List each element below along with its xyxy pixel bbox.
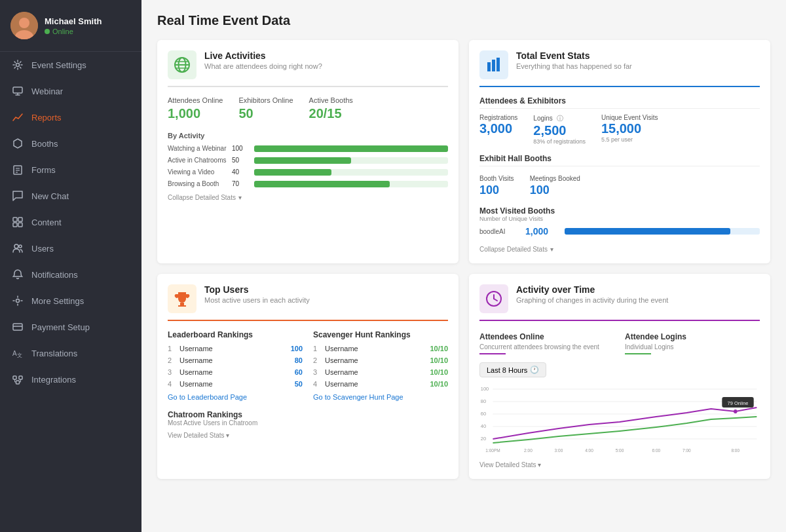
activity-bar-row: Active in Chatrooms 50 xyxy=(168,157,448,164)
sidebar-item-event-settings[interactable]: Event Settings xyxy=(0,52,141,78)
leaderboard-row: 2 Username 80 xyxy=(168,356,303,364)
top-users-view-link[interactable]: View Detailed Stats ▾ xyxy=(168,432,448,439)
top-users-header: Top Users Most active users in each acti… xyxy=(168,284,448,321)
svg-rect-37 xyxy=(496,58,500,71)
svg-rect-12 xyxy=(13,218,17,221)
scavenger-row: 3 Username 10/10 xyxy=(313,368,448,376)
bottom-cards-grid: Top Users Most active users in each acti… xyxy=(157,274,770,479)
sidebar-item-more-settings[interactable]: More Settings xyxy=(0,288,141,314)
aot-icon-wrap xyxy=(479,284,508,313)
exhibit-hall-group: Exhibit Hall Booths Booth Visits 100 Mee… xyxy=(479,154,760,197)
sidebar-item-payment-setup[interactable]: Payment Setup xyxy=(0,314,141,340)
booth-visits-label: Booth Visits xyxy=(479,175,514,182)
svg-text:6:00: 6:00 xyxy=(652,448,660,453)
registrations-label: Registrations xyxy=(479,114,517,121)
scavenger-row: 4 Username 10/10 xyxy=(313,380,448,388)
user-name: Michael Smith xyxy=(45,16,102,26)
svg-rect-13 xyxy=(18,218,22,221)
meetings-val: 100 xyxy=(530,183,580,197)
sidebar-item-label: More Settings xyxy=(31,296,84,306)
settings-icon xyxy=(12,295,24,307)
trophy-icon xyxy=(173,290,191,308)
globe-icon xyxy=(173,56,191,74)
active-booths-stat: Active Booths 20/15 xyxy=(309,96,353,121)
svg-text:40: 40 xyxy=(481,423,486,429)
logins-aot: Attendee Logins Individual Logins xyxy=(625,330,760,354)
sidebar-item-forms[interactable]: Forms xyxy=(0,157,141,183)
registrations-col: Registrations 3,000 xyxy=(479,114,517,145)
rank-user: Username xyxy=(179,345,287,352)
exhibitors-online-val: 50 xyxy=(238,106,253,121)
sidebar-item-users[interactable]: Users xyxy=(0,235,141,261)
bar-track xyxy=(254,157,448,164)
sidebar-item-new-chat[interactable]: New Chat xyxy=(0,183,141,209)
collapse-live-text: Collapse Detailed Stats xyxy=(168,194,236,201)
attendees-online-aot-sub: Concurrent attendees browsing the event xyxy=(479,343,614,351)
total-stats-title: Total Event Stats xyxy=(516,50,632,61)
logins-sub: 83% of registrations xyxy=(533,138,586,145)
attendees-line-indicator xyxy=(479,353,506,354)
sidebar-item-webinar[interactable]: Webinar xyxy=(0,78,141,104)
scavenger-title: Scavenger Hunt Rankings xyxy=(313,330,448,339)
bar-track xyxy=(254,169,448,176)
attendees-online-val: 1,000 xyxy=(168,106,200,121)
svg-text:3:00: 3:00 xyxy=(555,448,563,453)
scavenger-row: 1 Username 10/10 xyxy=(313,345,448,352)
chatroom-sub: Most Active Users in Chatroom xyxy=(168,419,448,427)
exhibitors-online-label: Exhibitors Online xyxy=(238,96,293,104)
top-users-card: Top Users Most active users in each acti… xyxy=(157,274,458,479)
sidebar-item-booths[interactable]: Booths xyxy=(0,130,141,157)
chart-area: 100 80 60 40 20 79 xyxy=(479,384,760,456)
svg-text:8:00: 8:00 xyxy=(731,448,739,453)
sidebar-item-translations[interactable]: A文 Translations xyxy=(0,340,141,366)
activity-bar-row: Browsing a Booth 70 xyxy=(168,180,448,187)
activity-bars: Watching a Webinar 100 Active in Chatroo… xyxy=(168,145,448,187)
chevron-down-icon-2: ▾ xyxy=(550,246,553,253)
meetings-col: Meetings Booked 100 xyxy=(530,172,580,197)
aot-title: Activity over Time xyxy=(516,284,668,295)
sidebar-item-label: Notifications xyxy=(31,270,78,280)
booth-row: Booth Visits 100 Meetings Booked 100 xyxy=(479,172,760,197)
activity-count: 100 xyxy=(232,145,249,152)
users-icon xyxy=(12,242,24,254)
sidebar-item-label: Booths xyxy=(31,139,58,149)
aot-view-link[interactable]: View Detailed Stats ▾ xyxy=(479,461,760,468)
visited-booth-count: 1,000 xyxy=(525,226,558,237)
activity-label: Watching a Webinar xyxy=(168,145,227,152)
rank-user: Username xyxy=(179,368,291,376)
clock-small-icon: 🕐 xyxy=(530,366,539,374)
sidebar-item-label: Event Settings xyxy=(31,60,86,70)
sidebar-item-notifications[interactable]: Notifications xyxy=(0,261,141,288)
sidebar-item-integrations[interactable]: Integrations xyxy=(0,366,141,392)
scavenger-link[interactable]: Go to Scavenger Hunt Page xyxy=(313,393,448,401)
attendees-online-stat: Attendees Online 1,000 xyxy=(168,96,223,121)
user-profile[interactable]: Michael Smith Online xyxy=(0,0,141,52)
svg-text:100: 100 xyxy=(481,386,489,392)
rank-user: Username xyxy=(325,368,426,376)
booth-visits-col: Booth Visits 100 xyxy=(479,172,514,197)
leaderboard-link[interactable]: Go to Leaderboard Page xyxy=(168,393,303,401)
svg-point-55 xyxy=(734,409,738,413)
top-users-icon-wrap xyxy=(168,284,196,313)
hexagon-icon xyxy=(12,138,24,149)
sidebar-item-reports[interactable]: Reports xyxy=(0,104,141,130)
attendees-exhibitors-group: Attendees & Exhibitors Registrations 3,0… xyxy=(479,96,760,145)
svg-point-3 xyxy=(16,64,20,67)
content-icon xyxy=(12,216,24,228)
svg-point-16 xyxy=(14,244,18,248)
time-filter-btn[interactable]: Last 8 Hours 🕐 xyxy=(479,362,546,377)
collapse-live-link[interactable]: Collapse Detailed Stats ▾ xyxy=(168,194,448,201)
collapse-stats-link[interactable]: Collapse Detailed Stats ▾ xyxy=(479,246,760,253)
sidebar-item-label: Users xyxy=(31,244,54,254)
activity-over-time-card: Activity over Time Graphing of changes i… xyxy=(469,274,770,479)
unique-visits-val: 15,000 xyxy=(601,121,658,136)
attendees-online-aot-label: Attendees Online xyxy=(479,332,544,341)
rank-num: 1 xyxy=(313,345,321,352)
activity-count: 70 xyxy=(232,180,249,187)
rank-num: 3 xyxy=(168,368,176,376)
svg-text:80: 80 xyxy=(481,398,486,404)
bell-icon xyxy=(12,269,24,280)
sidebar-item-content[interactable]: Content xyxy=(0,209,141,235)
bar-track xyxy=(254,181,448,187)
leaderboard-rows: 1 Username 100 2 Username 80 3 Username … xyxy=(168,345,303,388)
